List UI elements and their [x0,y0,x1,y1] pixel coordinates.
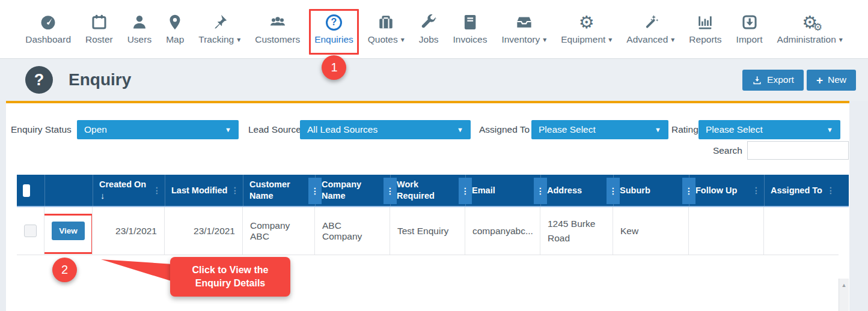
column-header-last-modified[interactable]: Last Modified ⋮ [165,175,243,206]
lead-source-select[interactable]: All Lead Sources ▼ [300,120,471,139]
chevron-down-icon: ▾ [608,36,612,43]
nav-item-jobs[interactable]: Jobs [419,13,439,45]
enquiry-question-badge-icon: ? [25,66,53,94]
nav-item-enquiries[interactable]: ? Enquiries 1 [314,13,353,45]
nav-item-reports[interactable]: Reports [689,13,721,45]
column-label: Created On [99,180,146,189]
nav-item-invoices[interactable]: Invoices [453,13,487,45]
nav-item-dashboard[interactable]: Dashboard [25,13,71,45]
question-mark-glyph: ? [34,71,44,89]
column-label: Work Required [397,179,451,202]
nav-label: Tracking [198,34,234,45]
nav-item-inventory[interactable]: Inventory ▾ [501,13,546,45]
table-row: View 23/1/2021 23/1/2021 Company ABC ABC… [17,207,839,255]
briefcase-icon [377,13,395,31]
new-button[interactable]: + New [807,70,856,91]
chevron-down-icon: ▾ [401,36,405,43]
select-all-checkbox[interactable] [23,184,30,197]
column-header-company-name[interactable]: Company Name ⋮ [315,175,390,206]
column-label: Address [547,185,582,196]
chevron-down-icon: ▾ [839,36,843,43]
column-menu-icon[interactable]: ⋮ [534,178,547,204]
vertical-scrollbar[interactable]: ▲ [839,279,849,311]
column-menu-icon[interactable]: ⋮ [231,185,239,196]
pushpin-icon [210,13,228,31]
search-input[interactable] [747,141,849,160]
column-header-assigned-to[interactable]: Assigned To ⋮ [764,175,839,206]
nav-item-import[interactable]: Import [736,13,763,45]
nav-label: Equipment [561,34,605,45]
rating-value: Please Select [706,124,763,135]
select-caret-icon: ▼ [655,126,661,133]
nav-item-roster[interactable]: Roster [85,13,113,45]
select-caret-icon: ▼ [827,126,833,133]
export-button-label: Export [767,74,794,85]
column-header-customer-name[interactable]: Customer Name ⋮ [243,175,315,206]
nav-item-map[interactable]: Map [166,13,184,45]
nav-item-tracking[interactable]: Tracking ▾ [198,13,240,45]
column-menu-icon[interactable]: ⋮ [459,178,472,204]
user-icon [130,13,148,31]
assigned-to-select[interactable]: Please Select ▼ [531,120,668,139]
select-caret-icon: ▼ [457,126,463,133]
customers-group-icon [269,13,287,31]
column-menu-icon[interactable]: ⋮ [682,178,695,204]
column-header-work-required[interactable]: Work Required ⋮ [390,175,465,206]
column-header-suburb[interactable]: Suburb ⋮ [613,175,689,206]
nav-item-advanced[interactable]: Advanced ▾ [626,13,674,45]
nav-item-equipment[interactable]: ⚙ Equipment ▾ [561,13,612,45]
chevron-down-icon: ▾ [543,36,546,43]
nav-label: Quotes [368,34,398,45]
nav-item-administration[interactable]: ⚙ ⚙ Administration ▾ [777,13,843,45]
row-checkbox-cell [17,207,44,255]
sort-desc-icon: ↓ [100,191,105,201]
nav-item-customers[interactable]: Customers [255,13,300,45]
nav-label: Reports [689,34,721,45]
callout-pointer-arrow [101,258,173,284]
cell-address: 1245 Burke Road [540,207,613,255]
column-label: Follow Up [695,185,737,196]
gears-icon: ⚙ ⚙ [801,13,819,31]
nav-label: Jobs [419,34,439,45]
import-document-icon [741,13,759,31]
nav-item-quotes[interactable]: Quotes ▾ [368,13,405,45]
column-menu-icon[interactable]: ⋮ [752,185,760,196]
cell-follow-up [689,207,764,255]
row-checkbox[interactable] [24,225,37,237]
column-header-email[interactable]: Email ⋮ [465,175,540,206]
enquiry-status-value: Open [84,124,107,135]
column-header-follow-up[interactable]: Follow Up ⋮ [689,175,764,206]
column-header-address[interactable]: Address ⋮ [540,175,613,206]
column-label: Assigned To [771,185,822,196]
column-header-created-on[interactable]: Created On ↓ ⋮ [93,175,165,206]
nav-item-users[interactable]: Users [127,13,151,45]
nav-label: Invoices [453,34,487,45]
export-button[interactable]: Export [742,70,804,91]
view-button[interactable]: View [52,222,85,240]
scroll-up-arrow-icon[interactable]: ▲ [839,279,849,288]
lead-source-label: Lead Source [248,124,301,135]
cell-last-modified: 23/1/2021 [165,207,243,255]
enquiry-status-label: Enquiry Status [11,124,72,135]
gear-icon: ⚙ [578,13,596,31]
enquiry-status-select[interactable]: Open ▼ [77,120,239,139]
column-menu-icon[interactable]: ⋮ [607,178,620,204]
nav-label: Enquiries [314,34,353,45]
cell-assigned-to [764,207,839,255]
column-menu-icon[interactable]: ⋮ [153,185,161,196]
column-menu-icon[interactable]: ⋮ [827,185,835,196]
view-cell: View [44,207,93,255]
wrench-icon [420,13,438,31]
calendar-icon [90,13,108,31]
column-label: Email [472,185,495,196]
plus-icon: + [816,74,823,86]
column-menu-icon[interactable]: ⋮ [308,178,322,204]
column-menu-icon[interactable]: ⋮ [384,178,397,204]
chevron-down-icon: ▾ [237,36,240,43]
assigned-to-label: Assigned To [479,124,530,135]
rating-select[interactable]: Please Select ▼ [698,120,840,139]
question-circle-icon: ? [325,13,343,31]
nav-label: Advanced [626,34,668,45]
cell-work-required: Test Enquiry [390,207,465,255]
column-label: Last Modified [171,185,227,196]
